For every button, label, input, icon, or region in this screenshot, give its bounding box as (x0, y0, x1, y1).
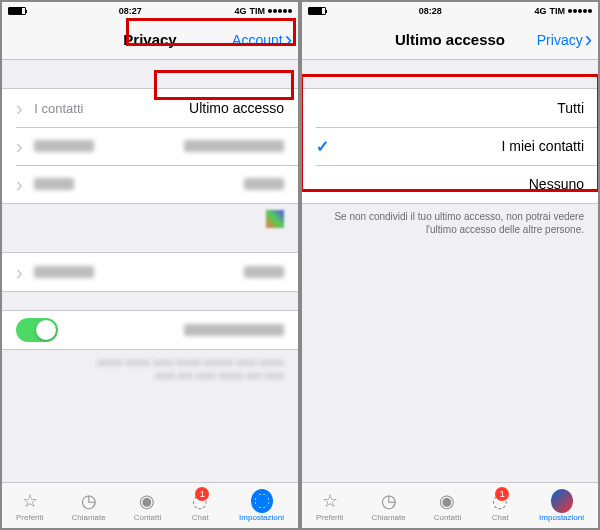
tab-favorites[interactable]: ☆Preferiti (316, 490, 344, 522)
list-toggle (2, 310, 298, 350)
toggle-switch-on[interactable] (16, 318, 58, 342)
nav-back-account[interactable]: Account (232, 32, 292, 48)
badge-chat: 1 (195, 487, 209, 501)
option-everyone[interactable]: Tutti (302, 89, 598, 127)
tab-chat[interactable]: 1◌Chat (489, 490, 511, 522)
footer-blurred (2, 204, 298, 234)
nav-bar: Privacy Account (2, 20, 298, 60)
screen-last-seen-options: 08:28 4G TIM Ultimo accesso Privacy Tutt… (302, 2, 598, 528)
list-privacy-blocked (2, 252, 298, 292)
option-nobody[interactable]: Nessuno (302, 165, 598, 203)
checkmark-icon (316, 137, 329, 156)
pixel-icon (266, 210, 284, 228)
gear-icon (551, 490, 573, 512)
clock-icon: ◷ (78, 490, 100, 512)
row-blurred[interactable] (2, 127, 298, 165)
star-icon: ☆ (19, 490, 41, 512)
clock-icon: ◷ (378, 490, 400, 512)
nav-bar: Ultimo accesso Privacy (302, 20, 598, 60)
contact-icon: ◉ (436, 490, 458, 512)
list-privacy-main: I contatti Ultimo accesso (2, 88, 298, 204)
option-my-contacts[interactable]: I miei contatti (302, 127, 598, 165)
tab-favorites[interactable]: ☆Preferiti (16, 490, 44, 522)
star-icon: ☆ (319, 490, 341, 512)
gear-icon (251, 490, 273, 512)
content-area: I contatti Ultimo accesso (2, 60, 298, 482)
tab-bar: ☆Preferiti ◷Chiamate ◉Contatti 1◌Chat Im… (302, 482, 598, 528)
row-toggle[interactable] (2, 311, 298, 349)
tab-settings[interactable]: Impostazioni (539, 490, 584, 522)
tab-calls[interactable]: ◷Chiamate (71, 490, 105, 522)
tab-contacts[interactable]: ◉Contatti (134, 490, 162, 522)
nav-title: Privacy (123, 31, 176, 48)
status-bar: 08:28 4G TIM (302, 2, 598, 20)
status-time: 08:28 (419, 6, 442, 16)
tab-settings[interactable]: Impostazioni (239, 490, 284, 522)
nav-back-privacy[interactable]: Privacy (537, 32, 592, 48)
contact-icon: ◉ (136, 490, 158, 512)
list-last-seen-options: Tutti I miei contatti Nessuno (302, 88, 598, 204)
tab-bar: ☆Preferiti ◷Chiamate ◉Contatti 1◌Chat Im… (2, 482, 298, 528)
row-blurred[interactable] (2, 253, 298, 291)
row-last-seen[interactable]: I contatti Ultimo accesso (2, 89, 298, 127)
nav-title: Ultimo accesso (395, 31, 505, 48)
badge-chat: 1 (495, 487, 509, 501)
screen-privacy-settings: 08:27 4G TIM Privacy Account I contatti … (2, 2, 298, 528)
footer-blurred: xxxxx xxxxx xxxx xxxxx xxxxxx xxxx xxxxx… (2, 350, 298, 388)
row-blurred[interactable] (2, 165, 298, 203)
status-time: 08:27 (119, 6, 142, 16)
footer-note: Se non condividi il tuo ultimo accesso, … (302, 204, 598, 242)
tab-contacts[interactable]: ◉Contatti (434, 490, 462, 522)
tab-chat[interactable]: 1◌Chat (189, 490, 211, 522)
status-bar: 08:27 4G TIM (2, 2, 298, 20)
tab-calls[interactable]: ◷Chiamate (371, 490, 405, 522)
content-area: Tutti I miei contatti Nessuno Se non con… (302, 60, 598, 482)
